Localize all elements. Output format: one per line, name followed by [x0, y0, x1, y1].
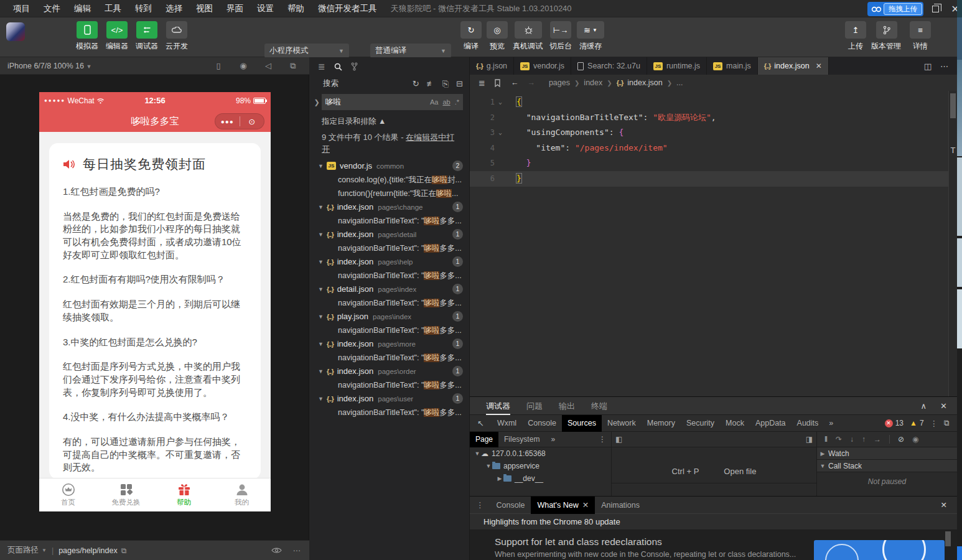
undock-icon[interactable]: ⧉	[944, 419, 950, 428]
tab-network[interactable]: Network	[602, 415, 642, 432]
menu-select[interactable]: 选择	[159, 0, 189, 17]
scrollbar-thumb[interactable]	[950, 93, 956, 118]
search-result-file[interactable]: ▼{..}play.jsonpages\index1	[309, 310, 469, 324]
menu-interface[interactable]: 界面	[220, 0, 250, 17]
capsule-menu[interactable]: ●●● ⊙	[215, 113, 264, 129]
mute-icon[interactable]: ◁	[256, 61, 281, 71]
tab-appdata[interactable]: AppData	[750, 415, 792, 432]
more-options-icon[interactable]: ⋯	[293, 546, 301, 555]
split-editor-icon[interactable]: ◫	[924, 62, 932, 71]
drawer-tab-whats-new[interactable]: What's New✕	[531, 497, 595, 514]
tab-help[interactable]: 帮助	[155, 478, 213, 511]
tab-home[interactable]: 首页	[39, 478, 97, 511]
tab-vendor-js[interactable]: JSvendor.js	[514, 57, 571, 75]
mode-dropdown[interactable]: 小程序模式▼	[264, 44, 349, 58]
fold-icon[interactable]: ⌄	[498, 125, 502, 141]
netdisk-drag-upload-widget[interactable]: 拖拽上传	[867, 2, 923, 16]
debugger-toggle-button[interactable]: 调试器	[132, 21, 162, 52]
tab-problems[interactable]: 问题	[526, 397, 543, 415]
search-result-match[interactable]: navigationBarTitleText": "哆啦多多...	[309, 214, 469, 228]
rotate-device-icon[interactable]: ▯	[206, 61, 231, 71]
resume-icon[interactable]: ↷	[836, 435, 842, 444]
record-icon[interactable]: ◉	[231, 61, 256, 71]
editor-toggle-button[interactable]: </> 编辑器	[102, 21, 132, 52]
more-tabs-icon[interactable]: »	[824, 419, 838, 427]
match-case-icon[interactable]: Aa	[430, 98, 438, 106]
search-result-match[interactable]: navigationBarTitleText": "哆啦多多...	[309, 351, 469, 365]
simulator-toggle-button[interactable]: 模拟器	[72, 21, 102, 52]
multi-window-icon[interactable]: ⧉	[281, 61, 306, 71]
sidebar-menu-icon[interactable]: ⋮	[599, 435, 611, 444]
tab-page[interactable]: Page	[470, 432, 498, 447]
inspect-icon[interactable]: ↖	[477, 419, 484, 428]
search-result-file[interactable]: ▼{..}index.jsonpages\more1	[309, 337, 469, 351]
menu-devtools[interactable]: 微信开发者工具	[311, 0, 384, 17]
tree-item-appservice[interactable]: ▼appservice	[470, 460, 611, 472]
search-result-match[interactable]: navigationBarTitleText": "哆啦多多...	[309, 324, 469, 337]
clear-results-icon[interactable]: ≢	[427, 79, 435, 89]
compile-button[interactable]: ↻ 编译	[456, 21, 486, 52]
error-badge[interactable]: ✕13	[885, 419, 904, 427]
search-input[interactable]: 哆啦 Aa ab .*	[322, 94, 463, 110]
search-result-file[interactable]: ▼{..}detail.jsonpages\index1	[309, 282, 469, 296]
tree-item-dev[interactable]: ▶__dev__	[470, 472, 611, 485]
search-result-file[interactable]: ▼{..}index.jsonpages\order1	[309, 365, 469, 378]
outline-icon[interactable]: ≣	[479, 78, 485, 88]
search-result-file[interactable]: ▼{..}index.jsonpages\user1	[309, 392, 469, 406]
step-over-icon[interactable]: ↓	[850, 435, 854, 444]
crumb-more[interactable]: ...	[676, 78, 683, 87]
tab-main-js[interactable]: JSmain.js	[707, 57, 758, 75]
fold-icon[interactable]: ⌄	[498, 95, 502, 110]
tab-output[interactable]: 输出	[559, 397, 575, 415]
deactivate-breakpoints-icon[interactable]: ⊘	[898, 435, 904, 444]
close-tab-icon[interactable]: ✕	[582, 501, 589, 510]
step-into-icon[interactable]: ↑	[862, 435, 866, 444]
window-restore-button[interactable]	[925, 0, 946, 17]
menu-project[interactable]: 项目	[6, 0, 37, 17]
search-result-match[interactable]: navigationBarTitleText": "哆啦多多...	[309, 241, 469, 255]
page-path-label[interactable]: 页面路径	[0, 545, 39, 556]
refresh-icon[interactable]: ↻	[413, 79, 419, 89]
menu-goto[interactable]: 转到	[128, 0, 159, 17]
call-stack-section[interactable]: ▼Call Stack	[817, 460, 957, 472]
tab-wxml[interactable]: Wxml	[492, 415, 522, 432]
nav-back-icon[interactable]: ←	[511, 78, 519, 87]
dir-filter-toggle[interactable]: 指定目录和排除 ▲	[309, 113, 469, 128]
warning-badge[interactable]: ▲7	[910, 419, 924, 427]
close-drawer-icon[interactable]: ✕	[941, 500, 957, 510]
show-debugger-icon[interactable]: ◨	[806, 435, 813, 444]
tab-console[interactable]: Console	[522, 415, 562, 432]
tab-debugger[interactable]: 调试器	[486, 397, 510, 415]
pause-icon[interactable]: ‖	[824, 435, 828, 444]
details-button[interactable]: ≡ 详情	[905, 21, 935, 52]
search-result-file[interactable]: ▼{..}index.jsonpages\help1	[309, 255, 469, 269]
whole-word-icon[interactable]: ab	[442, 98, 450, 106]
tab-memory[interactable]: Memory	[642, 415, 681, 432]
version-manage-button[interactable]: 版本管理	[872, 21, 902, 52]
menu-help[interactable]: 帮助	[281, 0, 311, 17]
pause-on-exceptions-icon[interactable]: ◉	[912, 435, 918, 444]
more-tabs-icon[interactable]: »	[545, 432, 561, 447]
tab-index-json[interactable]: {..}index.json✕	[758, 57, 829, 75]
git-icon[interactable]	[351, 62, 358, 71]
eye-icon[interactable]	[271, 547, 282, 554]
step-icon[interactable]: →	[874, 435, 881, 444]
close-capsule-icon[interactable]: ⊙	[240, 117, 264, 126]
collapse-panel-icon[interactable]: ∧	[921, 401, 927, 411]
background-switch-button[interactable]: ⊢→ 切后台	[546, 21, 576, 52]
tab-runtime-js[interactable]: JSruntime.js	[647, 57, 707, 75]
project-avatar[interactable]	[6, 22, 25, 41]
tab-terminal[interactable]: 终端	[591, 397, 607, 415]
tab-security[interactable]: Security	[681, 415, 720, 432]
search-result-file[interactable]: ▼{..}index.jsonpages\detail1	[309, 228, 469, 241]
tree-item-host[interactable]: ▼☁127.0.0.1:65368	[470, 447, 611, 460]
nav-forward-icon[interactable]: →	[527, 78, 535, 87]
menu-tools[interactable]: 工具	[98, 0, 128, 17]
file-list-icon[interactable]: ≣	[318, 62, 325, 72]
more-menu-icon[interactable]: ●●●	[215, 118, 240, 125]
tab-filesystem[interactable]: Filesystem	[498, 432, 545, 447]
regex-icon[interactable]: .*	[455, 98, 459, 106]
search-result-match[interactable]: function(){return{title:"我正在哆啦...	[309, 187, 469, 200]
menu-settings[interactable]: 设置	[250, 0, 281, 17]
open-in-editor-icon[interactable]: ⎘	[442, 79, 449, 89]
